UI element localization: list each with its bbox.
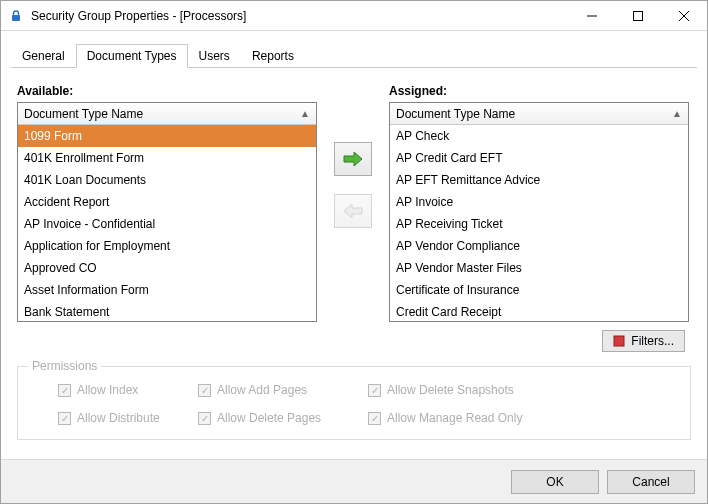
move-buttons-column	[317, 84, 389, 228]
permission-checkbox: ✓Allow Distribute	[58, 411, 198, 425]
window-controls	[569, 1, 707, 30]
filters-button[interactable]: Filters...	[602, 330, 685, 352]
permissions-grid: ✓Allow Index✓Allow Add Pages✓Allow Delet…	[58, 383, 680, 425]
assigned-column-header[interactable]: Document Type Name ▲	[390, 103, 688, 125]
filter-icon	[613, 335, 625, 347]
checkbox-icon: ✓	[58, 412, 71, 425]
list-item[interactable]: Approved CO	[18, 257, 316, 279]
lock-icon	[1, 9, 31, 23]
list-item[interactable]: AP Vendor Master Files	[390, 257, 688, 279]
list-item[interactable]: Asset Information Form	[18, 279, 316, 301]
tab-content: Available: Document Type Name ▲ 1099 For…	[11, 68, 697, 451]
move-right-button[interactable]	[334, 142, 372, 176]
permission-label: Allow Manage Read Only	[387, 411, 522, 425]
move-left-button[interactable]	[334, 194, 372, 228]
permission-label: Allow Delete Snapshots	[387, 383, 514, 397]
permission-label: Allow Delete Pages	[217, 411, 321, 425]
list-item[interactable]: 401K Enrollment Form	[18, 147, 316, 169]
assigned-column-title: Document Type Name	[396, 107, 670, 121]
permissions-legend: Permissions	[28, 359, 101, 373]
checkbox-icon: ✓	[368, 412, 381, 425]
available-list-body[interactable]: 1099 Form401K Enrollment Form401K Loan D…	[18, 125, 316, 321]
close-button[interactable]	[661, 1, 707, 30]
window-title: Security Group Properties - [Processors]	[31, 9, 569, 23]
lists-row: Available: Document Type Name ▲ 1099 For…	[17, 84, 691, 322]
available-column-title: Document Type Name	[24, 107, 298, 121]
dialog-window: Security Group Properties - [Processors]…	[0, 0, 708, 504]
list-item[interactable]: Accident Report	[18, 191, 316, 213]
permission-checkbox: ✓Allow Delete Pages	[198, 411, 368, 425]
list-item[interactable]: AP Invoice	[390, 191, 688, 213]
list-item[interactable]: Application for Employment	[18, 235, 316, 257]
permission-label: Allow Index	[77, 383, 138, 397]
assigned-listbox[interactable]: Document Type Name ▲ AP CheckAP Credit C…	[389, 102, 689, 322]
permission-checkbox: ✓Allow Manage Read Only	[368, 411, 568, 425]
list-item[interactable]: 1099 Form	[18, 125, 316, 147]
available-label: Available:	[17, 84, 317, 98]
svg-rect-5	[614, 336, 624, 346]
available-column: Available: Document Type Name ▲ 1099 For…	[17, 84, 317, 322]
tab-document-types[interactable]: Document Types	[76, 44, 188, 68]
sort-ascending-icon: ▲	[670, 108, 684, 119]
permission-checkbox: ✓Allow Add Pages	[198, 383, 368, 397]
dialog-footer: OK Cancel	[1, 459, 707, 503]
ok-button[interactable]: OK	[511, 470, 599, 494]
list-item[interactable]: AP Check	[390, 125, 688, 147]
filters-row: Filters...	[17, 330, 691, 352]
filters-button-label: Filters...	[631, 334, 674, 348]
checkbox-icon: ✓	[58, 384, 71, 397]
list-item[interactable]: AP Invoice - Confidential	[18, 213, 316, 235]
cancel-button[interactable]: Cancel	[607, 470, 695, 494]
permission-checkbox: ✓Allow Delete Snapshots	[368, 383, 568, 397]
assigned-column: Assigned: Document Type Name ▲ AP CheckA…	[389, 84, 689, 322]
available-column-header[interactable]: Document Type Name ▲	[18, 103, 316, 125]
list-item[interactable]: AP Credit Card EFT	[390, 147, 688, 169]
list-item[interactable]: AP EFT Remittance Advice	[390, 169, 688, 191]
checkbox-icon: ✓	[198, 412, 211, 425]
assigned-label: Assigned:	[389, 84, 689, 98]
minimize-button[interactable]	[569, 1, 615, 30]
tab-general[interactable]: General	[11, 44, 76, 68]
list-item[interactable]: Bank Statement	[18, 301, 316, 321]
list-item[interactable]: AP Receiving Ticket	[390, 213, 688, 235]
tab-reports[interactable]: Reports	[241, 44, 305, 68]
checkbox-icon: ✓	[198, 384, 211, 397]
list-item[interactable]: Certificate of Insurance	[390, 279, 688, 301]
svg-rect-2	[634, 11, 643, 20]
permission-checkbox: ✓Allow Index	[58, 383, 198, 397]
list-item[interactable]: AP Vendor Compliance	[390, 235, 688, 257]
tab-users[interactable]: Users	[188, 44, 241, 68]
permissions-group: Permissions ✓Allow Index✓Allow Add Pages…	[17, 366, 691, 440]
sort-ascending-icon: ▲	[298, 108, 312, 119]
permission-label: Allow Distribute	[77, 411, 160, 425]
assigned-list-body[interactable]: AP CheckAP Credit Card EFTAP EFT Remitta…	[390, 125, 688, 321]
maximize-button[interactable]	[615, 1, 661, 30]
list-item[interactable]: Credit Card Receipt	[390, 301, 688, 321]
list-item[interactable]: 401K Loan Documents	[18, 169, 316, 191]
svg-rect-0	[12, 15, 20, 21]
checkbox-icon: ✓	[368, 384, 381, 397]
client-area: General Document Types Users Reports Ava…	[1, 31, 707, 459]
permission-label: Allow Add Pages	[217, 383, 307, 397]
tab-strip: General Document Types Users Reports	[11, 43, 697, 68]
available-listbox[interactable]: Document Type Name ▲ 1099 Form401K Enrol…	[17, 102, 317, 322]
title-bar: Security Group Properties - [Processors]	[1, 1, 707, 31]
